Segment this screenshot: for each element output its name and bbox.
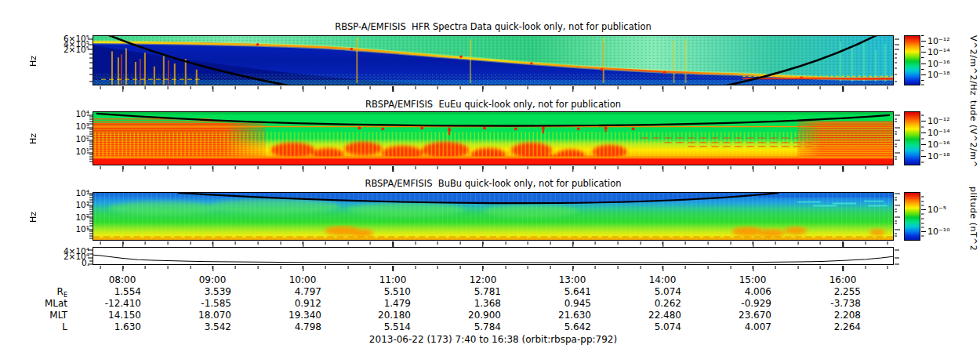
panel2-title: RBSPA/EMFISIS EuEu quick-look only, not … [93,99,894,110]
panel3-ytick: 10¹ [45,225,89,234]
panel1-cbtick: 10⁻¹⁴ [927,47,965,57]
panel1-spectrogram-art [93,36,893,85]
panel2-cbtick: 10⁻¹⁴ [927,128,965,138]
time-axis-labels: 08:00 09:00 10:00 11:00 12:00 13:00 14:0… [0,275,980,285]
panel3-ytick: 10³ [45,201,89,209]
panel2-colorbar-ticks [921,111,927,165]
panel3-spectrogram [93,192,894,241]
ephemeris-value: 19.340 [259,310,321,321]
ephemeris-value: 2.255 [798,287,861,297]
time-tick-label: 15:00 [721,275,784,285]
panel1-colorbar [904,35,920,85]
panel1-left-ticks [86,35,93,85]
ephemeris-value: 0.912 [259,299,321,309]
ephemeris-row-mlat: MLat -12.410 -1.585 0.912 1.479 1.368 0.… [0,299,980,309]
ephemeris-value: 5.074 [619,287,681,297]
aux-line-path [93,255,893,263]
panel3-colorbar-unit: plitude (nT^2 [965,187,978,257]
ephemeris-value: 1.554 [78,287,141,297]
ephemeris-value: 5.514 [348,322,411,332]
time-tick-label: 08:00 [91,275,154,285]
panel1-cbtick: 10⁻¹⁶ [927,59,965,69]
panel3-cbtick: 10⁻¹⁰ [927,227,965,237]
panel1-y-axis-label: Hz [28,51,40,71]
panel2-cbtick: 10⁻¹² [927,116,965,126]
time-tick-label: 16:00 [811,275,874,285]
ephemeris-value: 1.368 [438,299,501,309]
time-tick-label: 14:00 [631,275,694,285]
ephemeris-value: -12.410 [78,299,141,309]
panel1-spectrogram [93,35,894,85]
ephemeris-value: 5.642 [528,322,591,332]
panel4-left-ticks [86,247,93,265]
ephemeris-value: 20.900 [438,310,501,321]
ephemeris-value: -3.738 [798,299,861,309]
ephemeris-value: -1.585 [169,299,231,309]
ephemeris-value: 1.630 [78,322,141,332]
time-tick-label: 13:00 [541,275,604,285]
ephemeris-value: 18.070 [169,310,231,321]
plot-caption: 2013-06-22 (173) 7:40 to 16:38 (orbit:rb… [93,334,894,345]
panel2-time-ticks-major [93,166,895,172]
panel1-colorbar-unit: V^2/m^2/Hz [965,35,978,90]
ephemeris-value: 2.264 [798,322,861,332]
panel3-spectrogram-art [93,193,893,240]
panel2-right-ticks [895,111,901,165]
panel3-cbtick: 10⁻⁵ [927,205,965,215]
ephemeris-value: 1.479 [348,299,411,309]
ephemeris-value: 4.007 [709,322,771,332]
panel3-colorbar [904,192,920,241]
ephemeris-value: 4.798 [259,322,321,332]
ephemeris-row-label: L [20,322,67,336]
panel4-time-ticks-major [93,266,895,271]
ephemeris-row-mlt: MLT 14.150 18.070 19.340 20.180 20.900 2… [0,310,980,321]
ephemeris-value: 4.797 [259,287,321,297]
panel1-cbtick: 10⁻¹⁸ [927,70,965,80]
aux-line-svg [93,248,893,264]
ephemeris-value: 14.150 [78,310,141,321]
panel3-ytick: 10⁴ [45,189,89,198]
panel1-cbtick: 10⁻¹² [927,36,965,46]
panel4-ytick: 0. [45,259,89,267]
ephemeris-value: 23.670 [709,310,771,321]
panel3-y-axis-label: Hz [28,207,40,227]
ephemeris-value: -0.929 [709,299,771,309]
ephemeris-value: 21.630 [528,310,591,321]
ephemeris-value: 3.539 [169,287,231,297]
time-tick-label: 11:00 [361,275,424,285]
panel1-title: RBSP-A/EMFISIS HFR Spectra Data quick-lo… [93,21,894,32]
ephemeris-value: 5.641 [528,287,591,297]
panel2-ytick: 10² [45,135,89,143]
ephemeris-value: 0.262 [619,299,681,309]
ephemeris-value: 5.781 [438,287,501,297]
panel2-ytick: 10³ [45,122,89,131]
ephemeris-value: 4.006 [709,287,771,297]
time-tick-label: 09:00 [181,275,244,285]
panel3-title: RBSPA/EMFISIS BuBu quick-look only, not … [93,178,894,189]
panel3-right-ticks [895,192,901,241]
ephemeris-value: 5.784 [438,322,501,332]
panel1-ytick: 2×10⁵ [45,45,89,54]
ephemeris-value: 2.208 [798,310,861,321]
panel3-ytick: 10² [45,213,89,222]
time-tick-label: 12:00 [452,275,514,285]
panel3-time-ticks-major [93,241,895,247]
time-tick-label: 10:00 [271,275,334,285]
panel3-colorbar-ticks [921,192,927,241]
ephemeris-row-re: RE 1.554 3.539 4.797 5.510 5.781 5.641 5… [0,287,980,297]
panel2-colorbar-unit: tude (V^2/m^ [965,100,978,179]
panel2-ytick: 10⁴ [45,110,89,118]
panel4-right-ticks [895,247,901,265]
panel1-time-ticks-major [93,86,895,92]
ephemeris-value: 5.074 [619,322,681,332]
ephemeris-value: 20.180 [348,310,411,321]
panel4-aux-line-panel [93,247,894,265]
panel2-y-axis-label: Hz [28,129,40,149]
ephemeris-value: 3.542 [169,322,231,332]
ephemeris-value: 5.510 [348,287,411,297]
panel2-spectrogram [93,111,894,165]
panel2-colorbar [904,111,920,165]
figure: RBSP-A/EMFISIS HFR Spectra Data quick-lo… [0,0,980,352]
panel2-left-ticks [86,111,93,165]
panel1-right-ticks [895,35,901,85]
